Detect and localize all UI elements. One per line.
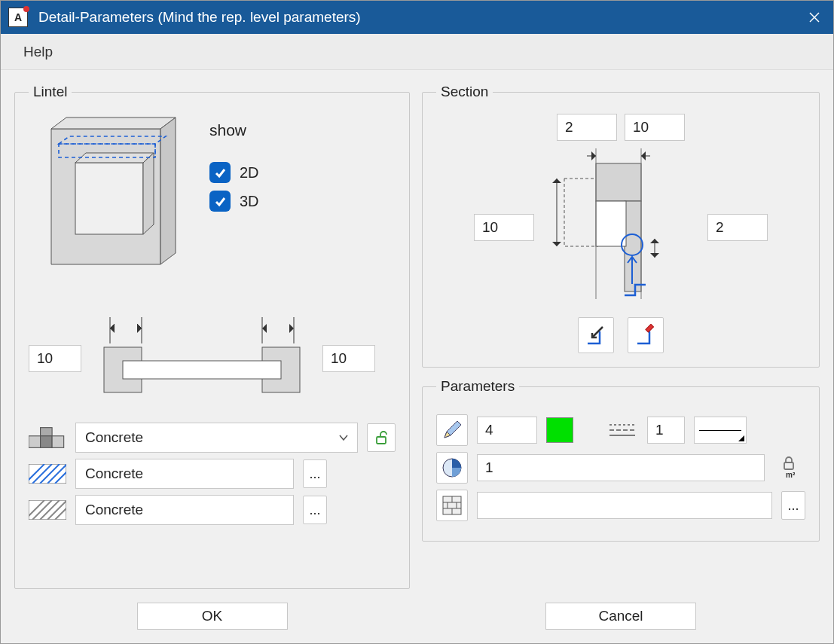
surface-more-button[interactable]: ... xyxy=(781,491,805,520)
material-icon xyxy=(29,425,66,450)
svg-rect-17 xyxy=(123,361,281,379)
hatch2-more-button[interactable]: ... xyxy=(303,496,327,524)
unlock-button[interactable] xyxy=(367,423,396,452)
surface-value-input[interactable] xyxy=(477,492,772,519)
section-top-right-input[interactable]: 10 xyxy=(625,114,685,141)
unlock-icon xyxy=(373,429,390,446)
close-icon xyxy=(809,12,820,23)
checkbox-3d-label: 3D xyxy=(240,193,259,210)
parameters-legend: Parameters xyxy=(436,378,519,395)
app-icon: A xyxy=(8,8,28,27)
pen-value-input[interactable]: 4 xyxy=(477,417,537,444)
window-title: Detail-Parameters (Mind the rep. level p… xyxy=(35,9,796,26)
svg-rect-19 xyxy=(29,436,41,448)
svg-rect-20 xyxy=(41,436,53,448)
svg-rect-21 xyxy=(52,436,64,448)
ok-button[interactable]: OK xyxy=(137,603,288,630)
svg-rect-49 xyxy=(646,324,654,332)
brick-icon xyxy=(441,495,463,516)
svg-marker-7 xyxy=(143,153,154,234)
lintel-3d-diagram xyxy=(29,114,179,287)
hatch-blue-icon xyxy=(29,464,66,484)
pen-button[interactable] xyxy=(436,414,468,446)
parameters-group: Parameters 4 xyxy=(422,378,820,542)
material-combo[interactable]: Concrete xyxy=(75,423,358,453)
pencil-icon xyxy=(442,420,462,440)
section-right-input[interactable]: 2 xyxy=(707,214,768,241)
check-icon xyxy=(209,191,231,212)
checkbox-2d-label: 2D xyxy=(240,164,259,182)
svg-rect-35 xyxy=(564,179,598,246)
svg-rect-56 xyxy=(784,462,793,469)
svg-rect-22 xyxy=(377,437,386,444)
section-legend: Section xyxy=(436,84,493,100)
section-diagram xyxy=(549,148,692,307)
layer-lock-info: m² xyxy=(774,452,805,484)
hatch1-value: Concrete xyxy=(85,465,143,482)
section-tool-arrow-button[interactable] xyxy=(578,317,614,353)
lintel-group: Lintel xyxy=(14,84,410,589)
show-label: show xyxy=(209,121,259,139)
hatch1-more-button[interactable]: ... xyxy=(303,459,327,488)
svg-marker-3 xyxy=(51,118,176,129)
svg-marker-4 xyxy=(160,118,176,264)
layer-button[interactable] xyxy=(436,452,468,484)
chevron-down-icon xyxy=(339,435,348,441)
pen-color-swatch[interactable] xyxy=(546,417,573,443)
hatch1-field[interactable]: Concrete xyxy=(75,459,294,489)
svg-line-48 xyxy=(592,327,603,337)
menubar: Help xyxy=(1,34,833,70)
lap-left-input[interactable]: 10 xyxy=(29,345,81,372)
titlebar: A Detail-Parameters (Mind the rep. level… xyxy=(1,1,833,34)
section-arrow-icon xyxy=(585,324,607,346)
surface-button[interactable] xyxy=(436,490,468,521)
layer-value-input[interactable]: 1 xyxy=(477,454,765,481)
dialog-window: A Detail-Parameters (Mind the rep. level… xyxy=(0,0,834,644)
client-area: Lintel xyxy=(1,70,833,643)
svg-rect-5 xyxy=(75,163,143,234)
hatch2-field[interactable]: Concrete xyxy=(75,495,294,525)
checkbox-2d[interactable]: 2D xyxy=(209,162,259,183)
svg-rect-18 xyxy=(41,428,53,436)
line-type-icon xyxy=(609,422,635,438)
line-style-swatch[interactable] xyxy=(694,417,747,444)
svg-text:m²: m² xyxy=(786,471,796,479)
close-button[interactable] xyxy=(796,1,833,34)
svg-rect-38 xyxy=(596,201,626,246)
cancel-button[interactable]: Cancel xyxy=(545,603,696,630)
lintel-legend: Lintel xyxy=(29,84,72,100)
section-tool-edit-button[interactable] xyxy=(628,317,664,353)
checkbox-3d[interactable]: 3D xyxy=(209,191,259,212)
section-top-left-input[interactable]: 2 xyxy=(557,114,617,141)
section-left-input[interactable]: 10 xyxy=(474,214,534,241)
lintel-plan-diagram xyxy=(89,317,315,400)
material-combo-value: Concrete xyxy=(85,429,143,446)
section-edit-icon xyxy=(634,324,657,346)
line-type-button[interactable] xyxy=(606,414,638,446)
section-group: Section 2 10 10 xyxy=(422,84,820,368)
svg-rect-36 xyxy=(596,163,641,201)
pie-layer-icon xyxy=(441,457,463,478)
hatch2-value: Concrete xyxy=(85,502,143,518)
line-value-input[interactable]: 1 xyxy=(647,417,685,444)
lock-m2-icon: m² xyxy=(778,456,801,479)
check-icon xyxy=(209,162,231,183)
menu-help[interactable]: Help xyxy=(16,39,60,65)
hatch-grey-icon xyxy=(29,500,66,520)
lap-right-input[interactable]: 10 xyxy=(322,345,375,372)
